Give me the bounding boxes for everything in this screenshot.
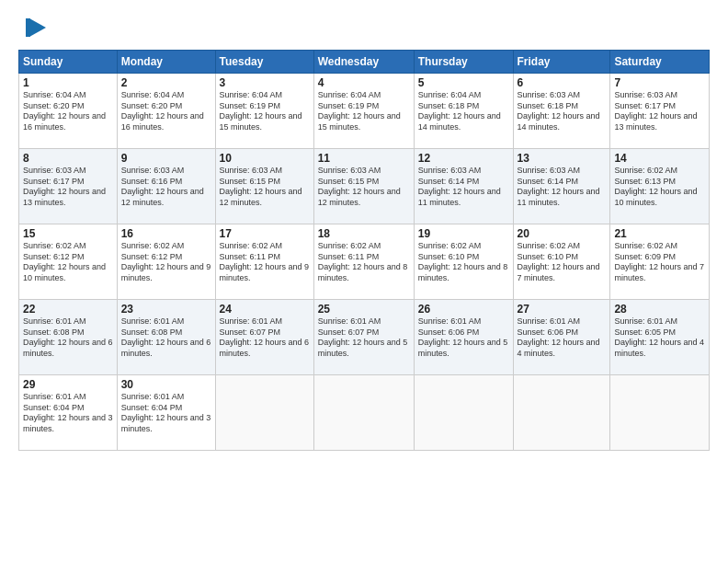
- day-info: Sunrise: 6:03 AMSunset: 6:16 PMDaylight:…: [121, 166, 211, 209]
- day-info: Sunrise: 6:03 AMSunset: 6:14 PMDaylight:…: [518, 166, 607, 209]
- day-info: Sunrise: 6:01 AMSunset: 6:08 PMDaylight:…: [23, 316, 113, 360]
- day-cell: 26Sunrise: 6:01 AMSunset: 6:06 PMDayligh…: [414, 300, 513, 375]
- day-cell: 4Sunrise: 6:04 AMSunset: 6:19 PMDaylight…: [313, 74, 414, 149]
- day-number: 10: [220, 152, 310, 165]
- day-cell: 30Sunrise: 6:01 AMSunset: 6:04 PMDayligh…: [117, 375, 215, 451]
- logo: [18, 15, 48, 40]
- day-cell: 7Sunrise: 6:03 AMSunset: 6:17 PMDaylight…: [610, 74, 710, 149]
- header-monday: Monday: [117, 51, 215, 74]
- day-number: 3: [220, 76, 310, 89]
- day-cell: 22Sunrise: 6:01 AMSunset: 6:08 PMDayligh…: [19, 300, 118, 375]
- day-info: Sunrise: 6:02 AMSunset: 6:13 PMDaylight:…: [614, 166, 705, 209]
- day-info: Sunrise: 6:01 AMSunset: 6:06 PMDaylight:…: [518, 316, 607, 360]
- week-row-1: 1Sunrise: 6:04 AMSunset: 6:20 PMDaylight…: [19, 74, 710, 149]
- day-number: 19: [418, 227, 509, 240]
- day-cell: 6Sunrise: 6:03 AMSunset: 6:18 PMDaylight…: [513, 74, 610, 149]
- day-cell: 23Sunrise: 6:01 AMSunset: 6:08 PMDayligh…: [117, 300, 215, 375]
- day-cell: 20Sunrise: 6:02 AMSunset: 6:10 PMDayligh…: [513, 224, 610, 300]
- day-cell: 11Sunrise: 6:03 AMSunset: 6:15 PMDayligh…: [313, 149, 414, 224]
- header-tuesday: Tuesday: [215, 51, 313, 74]
- day-cell: 25Sunrise: 6:01 AMSunset: 6:07 PMDayligh…: [313, 300, 414, 375]
- day-number: 29: [23, 378, 113, 391]
- day-cell: 18Sunrise: 6:02 AMSunset: 6:11 PMDayligh…: [313, 224, 414, 300]
- header-friday: Friday: [513, 51, 610, 74]
- day-number: 2: [121, 76, 211, 89]
- header-wednesday: Wednesday: [313, 51, 414, 74]
- day-info: Sunrise: 6:04 AMSunset: 6:18 PMDaylight:…: [418, 90, 509, 133]
- day-cell: 8Sunrise: 6:03 AMSunset: 6:17 PMDaylight…: [19, 149, 118, 224]
- day-info: Sunrise: 6:01 AMSunset: 6:08 PMDaylight:…: [121, 316, 211, 360]
- day-number: 22: [23, 303, 113, 316]
- day-cell: 12Sunrise: 6:03 AMSunset: 6:14 PMDayligh…: [414, 149, 513, 224]
- day-cell: 28Sunrise: 6:01 AMSunset: 6:05 PMDayligh…: [610, 300, 710, 375]
- day-info: Sunrise: 6:02 AMSunset: 6:11 PMDaylight:…: [318, 241, 410, 284]
- calendar-table: SundayMondayTuesdayWednesdayThursdayFrid…: [18, 50, 710, 451]
- day-info: Sunrise: 6:02 AMSunset: 6:12 PMDaylight:…: [121, 241, 211, 284]
- day-cell: 16Sunrise: 6:02 AMSunset: 6:12 PMDayligh…: [117, 224, 215, 300]
- day-number: 5: [418, 76, 509, 89]
- day-number: 7: [614, 76, 705, 89]
- day-info: Sunrise: 6:02 AMSunset: 6:09 PMDaylight:…: [614, 241, 705, 284]
- day-number: 28: [614, 303, 705, 316]
- week-row-2: 8Sunrise: 6:03 AMSunset: 6:17 PMDaylight…: [19, 149, 710, 224]
- day-number: 21: [614, 227, 705, 240]
- day-info: Sunrise: 6:01 AMSunset: 6:05 PMDaylight:…: [614, 316, 705, 360]
- day-cell: 24Sunrise: 6:01 AMSunset: 6:07 PMDayligh…: [215, 300, 313, 375]
- day-number: 15: [23, 227, 113, 240]
- logo-icon: [22, 15, 48, 40]
- day-info: Sunrise: 6:03 AMSunset: 6:17 PMDaylight:…: [614, 90, 705, 133]
- day-number: 1: [23, 76, 113, 89]
- day-number: 8: [23, 152, 113, 165]
- day-cell: 27Sunrise: 6:01 AMSunset: 6:06 PMDayligh…: [513, 300, 610, 375]
- day-cell: 14Sunrise: 6:02 AMSunset: 6:13 PMDayligh…: [610, 149, 710, 224]
- day-cell: 13Sunrise: 6:03 AMSunset: 6:14 PMDayligh…: [513, 149, 610, 224]
- day-cell: [414, 375, 513, 451]
- day-number: 12: [418, 152, 509, 165]
- day-info: Sunrise: 6:04 AMSunset: 6:20 PMDaylight:…: [23, 90, 113, 133]
- week-row-3: 15Sunrise: 6:02 AMSunset: 6:12 PMDayligh…: [19, 224, 710, 300]
- day-info: Sunrise: 6:03 AMSunset: 6:15 PMDaylight:…: [220, 166, 310, 209]
- day-cell: [215, 375, 313, 451]
- day-info: Sunrise: 6:04 AMSunset: 6:19 PMDaylight:…: [220, 90, 310, 133]
- day-info: Sunrise: 6:02 AMSunset: 6:12 PMDaylight:…: [23, 241, 113, 284]
- day-cell: 17Sunrise: 6:02 AMSunset: 6:11 PMDayligh…: [215, 224, 313, 300]
- day-info: Sunrise: 6:01 AMSunset: 6:04 PMDaylight:…: [121, 392, 211, 435]
- day-cell: [610, 375, 710, 451]
- day-number: 4: [318, 76, 410, 89]
- day-number: 6: [518, 76, 607, 89]
- day-info: Sunrise: 6:03 AMSunset: 6:17 PMDaylight:…: [23, 166, 113, 209]
- day-info: Sunrise: 6:03 AMSunset: 6:15 PMDaylight:…: [318, 166, 410, 209]
- week-row-5: 29Sunrise: 6:01 AMSunset: 6:04 PMDayligh…: [19, 375, 710, 451]
- day-cell: 21Sunrise: 6:02 AMSunset: 6:09 PMDayligh…: [610, 224, 710, 300]
- day-info: Sunrise: 6:02 AMSunset: 6:11 PMDaylight:…: [220, 241, 310, 284]
- day-number: 23: [121, 303, 211, 316]
- header-row: SundayMondayTuesdayWednesdayThursdayFrid…: [19, 51, 710, 74]
- svg-rect-1: [26, 18, 30, 37]
- day-info: Sunrise: 6:04 AMSunset: 6:20 PMDaylight:…: [121, 90, 211, 133]
- week-row-4: 22Sunrise: 6:01 AMSunset: 6:08 PMDayligh…: [19, 300, 710, 375]
- calendar-header: SundayMondayTuesdayWednesdayThursdayFrid…: [19, 51, 710, 74]
- svg-marker-0: [29, 18, 46, 37]
- day-number: 9: [121, 152, 211, 165]
- day-info: Sunrise: 6:02 AMSunset: 6:10 PMDaylight:…: [418, 241, 509, 284]
- day-cell: 1Sunrise: 6:04 AMSunset: 6:20 PMDaylight…: [19, 74, 118, 149]
- day-cell: 9Sunrise: 6:03 AMSunset: 6:16 PMDaylight…: [117, 149, 215, 224]
- day-info: Sunrise: 6:03 AMSunset: 6:18 PMDaylight:…: [518, 90, 607, 133]
- day-number: 17: [220, 227, 310, 240]
- day-cell: [513, 375, 610, 451]
- day-info: Sunrise: 6:03 AMSunset: 6:14 PMDaylight:…: [418, 166, 509, 209]
- header: [18, 15, 710, 40]
- day-cell: 19Sunrise: 6:02 AMSunset: 6:10 PMDayligh…: [414, 224, 513, 300]
- day-info: Sunrise: 6:01 AMSunset: 6:07 PMDaylight:…: [318, 316, 410, 360]
- day-cell: 5Sunrise: 6:04 AMSunset: 6:18 PMDaylight…: [414, 74, 513, 149]
- day-number: 14: [614, 152, 705, 165]
- day-info: Sunrise: 6:01 AMSunset: 6:04 PMDaylight:…: [23, 392, 113, 435]
- day-number: 30: [121, 378, 211, 391]
- day-info: Sunrise: 6:01 AMSunset: 6:06 PMDaylight:…: [418, 316, 509, 360]
- day-cell: 15Sunrise: 6:02 AMSunset: 6:12 PMDayligh…: [19, 224, 118, 300]
- day-cell: 2Sunrise: 6:04 AMSunset: 6:20 PMDaylight…: [117, 74, 215, 149]
- day-number: 27: [518, 303, 607, 316]
- day-cell: 10Sunrise: 6:03 AMSunset: 6:15 PMDayligh…: [215, 149, 313, 224]
- day-cell: 29Sunrise: 6:01 AMSunset: 6:04 PMDayligh…: [19, 375, 118, 451]
- day-number: 24: [220, 303, 310, 316]
